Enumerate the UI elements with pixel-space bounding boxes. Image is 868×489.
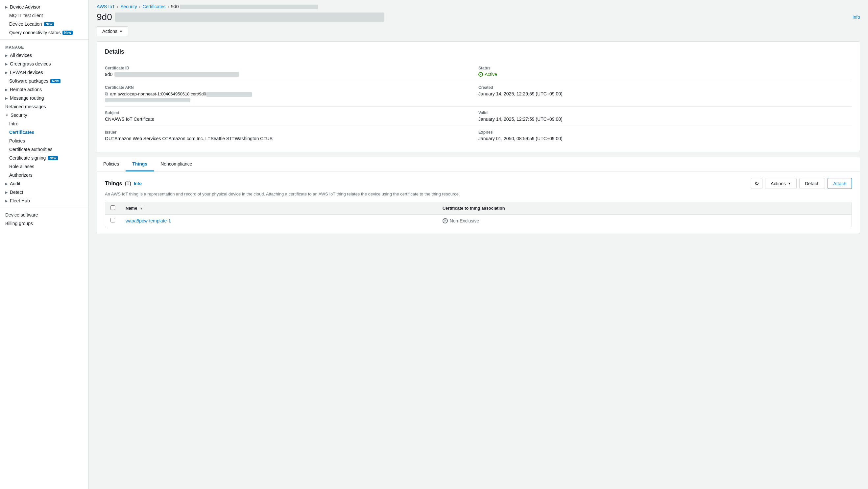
issuer-field: Issuer OU=Amazon Web Services O=Amazon.c… xyxy=(105,126,478,145)
arn-redacted-1 xyxy=(206,92,252,97)
table-col-association: Certificate to thing association xyxy=(437,202,851,214)
things-description: An AWS IoT thing is a representation and… xyxy=(105,192,852,197)
association-value: ✕ Non-Exclusive xyxy=(442,218,846,224)
sidebar-item-remote-actions[interactable]: ▶ Remote actions xyxy=(0,85,88,94)
sidebar-item-certificate-signing[interactable]: Certificate signing New xyxy=(0,154,88,162)
sidebar-item-label: All devices xyxy=(10,53,32,58)
sidebar-item-security[interactable]: ▼ Security xyxy=(0,111,88,119)
things-actions-button[interactable]: Actions ▼ xyxy=(765,178,797,189)
details-card-title: Details xyxy=(105,48,852,55)
details-card: Details Certificate ID 9d0 Status Active xyxy=(97,41,860,152)
subject-value: CN=AWS IoT Certificate xyxy=(105,116,478,122)
chevron-down-icon: ▼ xyxy=(5,114,8,117)
sort-icon[interactable]: ▼ xyxy=(140,207,143,210)
sidebar-item-greengrass-devices[interactable]: ▶ Greengrass devices xyxy=(0,60,88,68)
sidebar-item-message-routing[interactable]: ▶ Message routing xyxy=(0,94,88,102)
sidebar-item-label: Authorizers xyxy=(9,172,33,178)
refresh-icon: ↻ xyxy=(754,180,759,186)
status-value: Active xyxy=(478,72,852,77)
row-checkbox[interactable] xyxy=(111,218,115,223)
actions-button[interactable]: Actions ▼ xyxy=(97,26,128,36)
sidebar-item-role-aliases[interactable]: Role aliases xyxy=(0,162,88,171)
sidebar-item-label: Certificates xyxy=(9,130,34,135)
things-action-buttons: ↻ Actions ▼ Detach Attach xyxy=(751,178,852,189)
sidebar-item-billing-groups[interactable]: Billing groups xyxy=(0,219,88,228)
copy-icon[interactable]: ⧉ xyxy=(105,91,108,97)
sidebar-divider xyxy=(0,39,88,40)
breadcrumb-sep-1: › xyxy=(117,4,119,9)
things-table: Name ▼ Certificate to thing association xyxy=(105,202,851,227)
expires-value: January 01, 2050, 08:59:59 (UTC+09:00) xyxy=(478,136,852,141)
status-text: Active xyxy=(485,72,497,77)
things-info-link[interactable]: Info xyxy=(134,181,142,186)
sidebar-item-device-software[interactable]: Device software xyxy=(0,210,88,219)
table-header-row: Name ▼ Certificate to thing association xyxy=(105,202,851,214)
new-badge: New xyxy=(50,79,61,83)
sidebar-item-label: MQTT test client xyxy=(9,13,43,18)
sidebar-item-fleet-hub[interactable]: ▶ Fleet Hub xyxy=(0,197,88,205)
subject-label: Subject xyxy=(105,111,478,115)
row-checkbox-cell xyxy=(105,214,120,227)
certificate-arn-value: ⧉ arn:aws:iot:ap-northeast-1:00406495061… xyxy=(105,91,478,97)
certificate-id-field: Certificate ID 9d0 xyxy=(105,62,478,81)
sidebar-item-retained-messages[interactable]: Retained messages xyxy=(0,102,88,111)
breadcrumb-certificates[interactable]: Certificates xyxy=(143,4,165,9)
table-col-name: Name ▼ xyxy=(120,202,437,214)
new-badge: New xyxy=(62,31,73,35)
tabs-bar: Policies Things Noncompliance xyxy=(97,157,860,171)
attach-button[interactable]: Attach xyxy=(828,178,852,189)
thing-name-link[interactable]: wapa5pow-template-1 xyxy=(126,218,171,224)
table-col-checkbox xyxy=(105,202,120,214)
breadcrumb-sep-3: › xyxy=(167,4,169,9)
info-link[interactable]: Info xyxy=(852,15,860,20)
sidebar-item-certificates[interactable]: Certificates xyxy=(0,128,88,137)
chevron-right-icon: ▶ xyxy=(5,71,8,75)
valid-field: Valid January 14, 2025, 12:27:59 (UTC+09… xyxy=(478,106,852,126)
sidebar-item-label: Security xyxy=(10,113,27,118)
sidebar-item-certificate-authorities[interactable]: Certificate authorities xyxy=(0,145,88,154)
things-count: (1) xyxy=(125,181,131,186)
sidebar-item-label: Retained messages xyxy=(5,104,46,109)
created-value: January 14, 2025, 12:29:59 (UTC+09:00) xyxy=(478,91,852,96)
certificate-arn-label: Certificate ARN xyxy=(105,85,478,90)
tab-noncompliance[interactable]: Noncompliance xyxy=(154,157,199,171)
created-field: Created January 14, 2025, 12:29:59 (UTC+… xyxy=(478,81,852,106)
things-table-container: Name ▼ Certificate to thing association xyxy=(105,202,852,227)
tab-policies[interactable]: Policies xyxy=(97,157,126,171)
issuer-value: OU=Amazon Web Services O=Amazon.com Inc.… xyxy=(105,136,478,141)
sidebar-item-lpwan-devices[interactable]: ▶ LPWAN devices xyxy=(0,68,88,77)
new-badge: New xyxy=(48,156,58,160)
sidebar-item-label: Certificate authorities xyxy=(9,147,53,152)
created-label: Created xyxy=(478,85,852,90)
sidebar-item-device-location[interactable]: Device Location New xyxy=(0,20,88,28)
sidebar-item-software-packages[interactable]: Software packages New xyxy=(0,77,88,85)
sidebar-item-query-connectivity[interactable]: Query connectivity status New xyxy=(0,28,88,37)
breadcrumb-sep-2: › xyxy=(139,4,141,9)
things-header: Things (1) Info ↻ Actions ▼ Detach Attac… xyxy=(105,178,852,189)
cert-id-redacted xyxy=(115,72,239,77)
arn-text: arn:aws:iot:ap-northeast-1:004064950618:… xyxy=(110,91,252,97)
tab-things[interactable]: Things xyxy=(126,157,154,171)
main-content: AWS IoT › Security › Certificates › 9d0 … xyxy=(89,0,868,489)
breadcrumb-security[interactable]: Security xyxy=(120,4,137,9)
detach-button[interactable]: Detach xyxy=(799,178,825,189)
sidebar-item-detect[interactable]: ▶ Detect xyxy=(0,188,88,197)
sidebar-item-all-devices[interactable]: ▶ All devices xyxy=(0,51,88,60)
table-row: wapa5pow-template-1 ✕ Non-Exclusive xyxy=(105,214,851,227)
sidebar-item-authorizers[interactable]: Authorizers xyxy=(0,171,88,179)
things-title: Things (1) Info xyxy=(105,181,142,186)
page-title-row: 9d0 Info xyxy=(89,9,868,26)
thing-association-cell: ✕ Non-Exclusive xyxy=(437,214,851,227)
sidebar-item-intro[interactable]: Intro xyxy=(0,119,88,128)
sidebar-item-label: Message routing xyxy=(10,95,44,101)
sidebar: ▶ Device Advisor MQTT test client Device… xyxy=(0,0,89,489)
sidebar-item-device-advisor[interactable]: ▶ Device Advisor xyxy=(0,3,88,11)
sidebar-item-mqtt-test-client[interactable]: MQTT test client xyxy=(0,11,88,20)
sidebar-item-audit[interactable]: ▶ Audit xyxy=(0,179,88,188)
sidebar-item-label: Greengrass devices xyxy=(10,61,51,66)
sidebar-item-label: Policies xyxy=(9,138,25,143)
breadcrumb-aws-iot[interactable]: AWS IoT xyxy=(97,4,115,9)
sidebar-item-policies[interactable]: Policies xyxy=(0,137,88,145)
select-all-checkbox[interactable] xyxy=(111,205,115,210)
refresh-button[interactable]: ↻ xyxy=(751,178,763,189)
